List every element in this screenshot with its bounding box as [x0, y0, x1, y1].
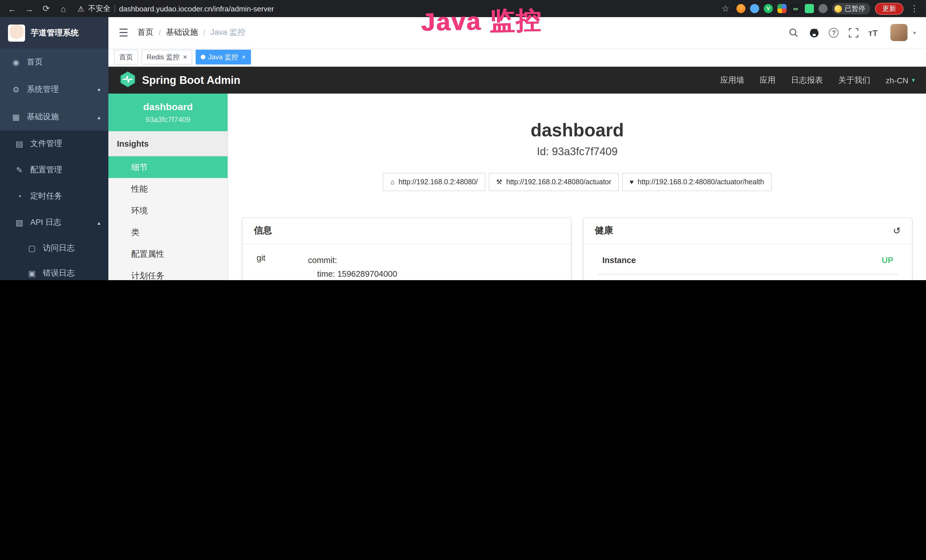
close-icon[interactable]: × [242, 54, 245, 61]
instance-health-link[interactable]: ♥http://192.168.0.2:48080/actuator/healt… [622, 173, 772, 191]
annotation-java-monitor: Java 监控 [421, 3, 542, 39]
log-icon: ▧ [14, 218, 25, 227]
extension-grid-icon[interactable] [778, 4, 787, 13]
spring-boot-admin-frame: Spring Boot Admin 应用墙 应用 日志报表 关于我们 zh-CN… [108, 67, 926, 280]
help-icon[interactable]: ? [829, 28, 839, 37]
app-title: 芋道管理系统 [31, 28, 79, 38]
sidebar-item-label: 错误日志 [43, 268, 75, 278]
sba-nav-applications[interactable]: 应用 [760, 75, 776, 85]
bookmark-star-icon[interactable]: ☆ [719, 3, 732, 14]
chevron-up-icon: ▴ [98, 114, 100, 120]
extension-fox-icon[interactable] [736, 4, 746, 13]
sba-item-details[interactable]: 细节 [108, 156, 228, 178]
sba-item-classes[interactable]: 类 [108, 221, 228, 243]
instance-details-panel: dashboard Id: 93a3fc7f7409 ⌂http://192.1… [228, 94, 926, 280]
sidebar-menu: ◉首页 ⚙系统管理▾ ▦基础设施▴ ▤文件管理 ✎配置管理 ◔定时任务 ▧API… [0, 48, 108, 280]
reload-icon[interactable]: ⟳ [40, 3, 53, 14]
home-icon: ⌂ [390, 178, 395, 186]
address-bar[interactable]: ⚠ 不安全 dashboard.yudao.iocoder.cn/infra/a… [74, 3, 715, 14]
extension-drop-icon[interactable] [750, 4, 759, 13]
breadcrumb-current: Java 监控 [210, 27, 245, 38]
hamburger-icon[interactable]: ☰ [119, 26, 128, 39]
chevron-down-icon[interactable]: ▾ [913, 29, 916, 36]
fullscreen-icon[interactable] [848, 27, 859, 38]
tab-label: Java 监控 [208, 52, 238, 62]
sba-item-metrics[interactable]: 性能 [108, 178, 228, 200]
emoji-face-icon [834, 5, 842, 12]
back-icon[interactable]: ← [6, 4, 18, 14]
sidebar-item-label: 配置管理 [30, 165, 62, 175]
tab-home[interactable]: 首页 [114, 50, 138, 65]
github-icon[interactable] [808, 27, 820, 38]
sidebar-item-error-logs[interactable]: ▣错误日志 [0, 261, 108, 280]
health-card: 健康↺ Instance UP [583, 217, 912, 280]
card-title: 信息 [254, 225, 272, 237]
home-icon[interactable]: ⌂ [57, 4, 70, 14]
heart-icon: ♥ [629, 178, 633, 186]
screen: ← → ⟳ ⌂ ⚠ 不安全 dashboard.yudao.iocoder.cn… [0, 0, 926, 280]
security-label[interactable]: 不安全 [88, 3, 110, 14]
extension-puppeteer-icon[interactable] [819, 4, 828, 13]
sba-nav-about[interactable]: 关于我们 [838, 75, 870, 85]
sidebar-item-label: 访问日志 [43, 243, 75, 253]
sidebar-item-system[interactable]: ⚙系统管理▾ [0, 76, 108, 103]
chrome-update-button[interactable]: 更新 [875, 3, 903, 15]
font-size-icon[interactable]: тT [869, 28, 878, 37]
close-icon[interactable]: × [183, 54, 187, 61]
spring-boot-admin-logo[interactable] [120, 71, 136, 89]
sba-item-config-props[interactable]: 配置属性 [108, 243, 228, 265]
sba-brand[interactable]: Spring Boot Admin [142, 74, 241, 86]
card-title: 健康 [595, 225, 613, 237]
sidebar-group-insights: Insights [108, 131, 228, 156]
url-text[interactable]: dashboard.yudao.iocoder.cn/infra/admin-s… [119, 4, 274, 13]
sidebar-item-file-management[interactable]: ▤文件管理 [0, 131, 108, 157]
instance-title: dashboard [242, 120, 912, 141]
profile-paused-badge[interactable]: 已暂停 [832, 3, 870, 14]
chevron-down-icon: ▾ [98, 86, 100, 93]
sba-language-select[interactable]: zh-CN▾ [886, 76, 915, 85]
forward-icon[interactable]: → [23, 4, 35, 14]
sba-nav-journal[interactable]: 日志报表 [791, 75, 823, 85]
active-tab-dot [201, 55, 205, 59]
tab-redis-monitor[interactable]: Redis 监控× [141, 50, 192, 65]
chevron-down-icon: ▾ [912, 76, 915, 84]
admin-sidebar: 芋道管理系统 ◉首页 ⚙系统管理▾ ▦基础设施▴ ▤文件管理 ✎配置管理 ◔定时… [0, 17, 108, 280]
app-logo: 芋道管理系统 [0, 17, 108, 48]
instance-id-line: Id: 93a3fc7f7409 [242, 145, 912, 158]
breadcrumb-home[interactable]: 首页 [138, 27, 153, 38]
search-icon[interactable] [788, 27, 799, 38]
link-url: http://192.168.0.2:48080/ [398, 178, 478, 186]
breadcrumb-infrastructure[interactable]: 基础设施 [166, 27, 198, 38]
tabs-bar: 首页 Redis 监控× Java 监控× [108, 48, 926, 67]
health-instance-row[interactable]: Instance UP [598, 248, 898, 274]
sba-sidebar: dashboard 93a3fc7f7409 Insights 细节 性能 环境… [108, 94, 228, 280]
sba-item-environment[interactable]: 环境 [108, 200, 228, 221]
extension-leaf-icon[interactable] [805, 4, 814, 13]
sba-item-scheduled-tasks[interactable]: 计划任务 [108, 265, 228, 280]
tab-label: 首页 [119, 52, 133, 62]
sidebar-item-label: 首页 [27, 57, 43, 67]
document-icon: ▣ [26, 269, 38, 278]
extension-on-badge-icon[interactable]: on [791, 4, 800, 13]
tab-java-monitor[interactable]: Java 监控× [196, 50, 251, 65]
browser-menu-icon[interactable]: ⋮ [908, 3, 921, 14]
navbar-actions: ? тT ▾ [788, 24, 916, 41]
instance-links: ⌂http://192.168.0.2:48080/ ⚒http://192.1… [242, 173, 912, 191]
sidebar-item-api-logs[interactable]: ▧API 日志▴ [0, 209, 108, 236]
sba-navbar: Spring Boot Admin 应用墙 应用 日志报表 关于我们 zh-CN… [108, 67, 926, 94]
user-avatar[interactable] [890, 24, 908, 41]
instance-actuator-link[interactable]: ⚒http://192.168.0.2:48080/actuator [489, 173, 619, 191]
extension-check-icon[interactable]: V [764, 4, 773, 13]
sba-nav-wallboard[interactable]: 应用墙 [720, 75, 744, 85]
edit-icon: ✎ [14, 165, 25, 175]
sidebar-item-scheduled-jobs[interactable]: ◔定时任务 [0, 183, 108, 209]
info-card: 信息 git commit: time: 1596289704000 id: 2… [242, 217, 572, 280]
sidebar-item-infrastructure[interactable]: ▦基础设施▴ [0, 103, 108, 131]
timer-icon: ◔ [14, 192, 25, 201]
refresh-history-icon[interactable]: ↺ [893, 226, 900, 236]
sidebar-item-access-logs[interactable]: ▢访问日志 [0, 236, 108, 261]
sidebar-item-config-management[interactable]: ✎配置管理 [0, 157, 108, 183]
language-label: zh-CN [886, 76, 908, 85]
instance-home-link[interactable]: ⌂http://192.168.0.2:48080/ [383, 173, 486, 191]
sidebar-item-home[interactable]: ◉首页 [0, 48, 108, 76]
